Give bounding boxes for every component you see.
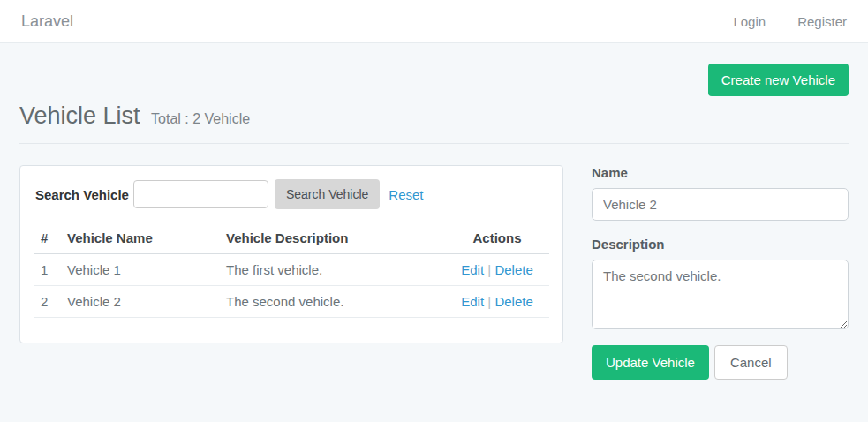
- header-actions: Actions: [445, 222, 549, 254]
- brand-logo[interactable]: Laravel: [21, 12, 73, 31]
- row-vehicle-name: Vehicle 2: [60, 286, 219, 318]
- row-vehicle-description: The first vehicle.: [219, 254, 445, 286]
- search-form: Search Vehicle Search Vehicle Reset: [34, 179, 549, 209]
- delete-link[interactable]: Delete: [494, 262, 532, 277]
- header-vehicle-name: Vehicle Name: [60, 222, 219, 254]
- name-input[interactable]: [592, 188, 849, 221]
- table-row: 2 Vehicle 2 The second vehicle. Edit | D…: [34, 286, 549, 318]
- nav-link-register[interactable]: Register: [797, 14, 847, 29]
- vehicle-list-card: Search Vehicle Search Vehicle Reset # Ve…: [19, 165, 563, 343]
- top-actions: Create new Vehicle: [19, 64, 849, 96]
- heading-divider: [19, 143, 849, 144]
- row-number: 1: [34, 254, 60, 286]
- create-new-vehicle-button[interactable]: Create new Vehicle: [708, 64, 849, 96]
- row-actions: Edit | Delete: [445, 254, 549, 286]
- navbar-links: Login Register: [701, 14, 847, 29]
- table-row: 1 Vehicle 1 The first vehicle. Edit | De…: [34, 254, 549, 286]
- name-label: Name: [592, 165, 849, 180]
- reset-link[interactable]: Reset: [389, 187, 423, 202]
- header-vehicle-description: Vehicle Description: [219, 222, 445, 254]
- action-separator: |: [487, 294, 491, 309]
- edit-link[interactable]: Edit: [461, 294, 484, 309]
- table-header-row: # Vehicle Name Vehicle Description Actio…: [34, 222, 549, 254]
- navbar: Laravel Login Register: [0, 0, 868, 43]
- total-count-label: Total : 2 Vehicle: [151, 111, 250, 126]
- delete-link[interactable]: Delete: [494, 294, 532, 309]
- header-number: #: [34, 222, 60, 254]
- search-button[interactable]: Search Vehicle: [275, 179, 380, 209]
- edit-link[interactable]: Edit: [461, 262, 484, 277]
- description-label: Description: [592, 237, 849, 252]
- cancel-button[interactable]: Cancel: [714, 345, 788, 380]
- form-buttons: Update Vehicle Cancel: [592, 345, 849, 380]
- description-textarea[interactable]: The second vehicle.: [592, 260, 849, 329]
- vehicle-table: # Vehicle Name Vehicle Description Actio…: [34, 222, 549, 318]
- page-title: Vehicle List: [19, 102, 140, 129]
- content-row: Search Vehicle Search Vehicle Reset # Ve…: [19, 165, 849, 380]
- name-field-group: Name: [592, 165, 849, 221]
- row-actions: Edit | Delete: [445, 286, 549, 318]
- nav-link-login[interactable]: Login: [733, 14, 766, 29]
- search-label: Search Vehicle: [35, 187, 129, 202]
- main-container: Create new Vehicle Vehicle List Total : …: [0, 64, 868, 380]
- description-field-group: Description The second vehicle.: [592, 237, 849, 329]
- page-heading: Vehicle List Total : 2 Vehicle: [19, 102, 849, 130]
- update-vehicle-button[interactable]: Update Vehicle: [592, 345, 709, 380]
- row-vehicle-description: The second vehicle.: [219, 286, 445, 318]
- row-vehicle-name: Vehicle 1: [60, 254, 219, 286]
- row-number: 2: [34, 286, 60, 318]
- search-input[interactable]: [133, 180, 268, 208]
- vehicle-edit-form: Name Description The second vehicle. Upd…: [592, 165, 849, 380]
- action-separator: |: [487, 262, 491, 277]
